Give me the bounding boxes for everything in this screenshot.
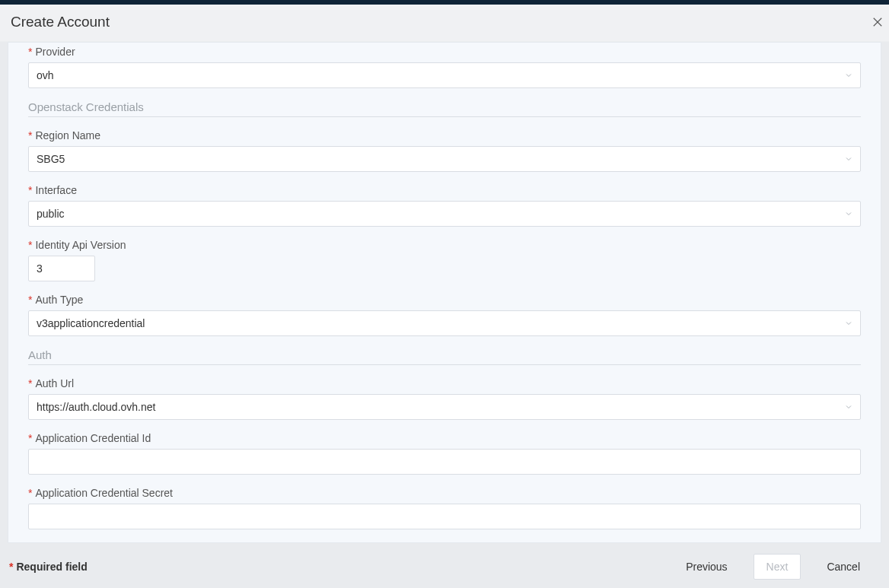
- form-area: *Provider ovh Openstack Credentials *Reg…: [8, 42, 881, 543]
- previous-button[interactable]: Previous: [674, 555, 739, 579]
- input-app-cred-secret[interactable]: [28, 504, 861, 529]
- field-interface: *Interface public: [28, 184, 861, 227]
- field-region-name: *Region Name SBG5: [28, 129, 861, 172]
- field-identity-api-version: *Identity Api Version: [28, 239, 861, 281]
- select-region-name[interactable]: SBG5: [28, 146, 861, 172]
- page-title: Create Account: [11, 14, 878, 30]
- field-auth-url: *Auth Url https://auth.cloud.ovh.net: [28, 377, 861, 420]
- select-auth-url-value: https://auth.cloud.ovh.net: [37, 401, 155, 413]
- select-provider-value: ovh: [37, 69, 54, 81]
- section-auth-rule: [28, 364, 861, 365]
- input-identity-api-version[interactable]: [28, 256, 95, 281]
- select-auth-type[interactable]: v3applicationcredential: [28, 310, 861, 336]
- label-region-name: *Region Name: [28, 129, 861, 141]
- select-interface[interactable]: public: [28, 201, 861, 227]
- cancel-button[interactable]: Cancel: [814, 555, 872, 579]
- label-auth-url: *Auth Url: [28, 377, 861, 389]
- section-openstack-title: Openstack Credentials: [28, 100, 861, 113]
- section-auth-title: Auth: [28, 348, 861, 361]
- next-button[interactable]: Next: [754, 554, 801, 580]
- required-field-note: *Required field: [9, 561, 88, 573]
- modal-footer: *Required field Previous Next Cancel: [0, 543, 889, 588]
- section-openstack-rule: [28, 116, 861, 117]
- label-identity-api-version: *Identity Api Version: [28, 239, 861, 251]
- label-auth-type: *Auth Type: [28, 294, 861, 306]
- label-app-cred-secret: *Application Credential Secret: [28, 487, 861, 499]
- select-provider[interactable]: ovh: [28, 62, 861, 88]
- select-auth-url[interactable]: https://auth.cloud.ovh.net: [28, 394, 861, 420]
- modal-header: Create Account: [0, 5, 889, 42]
- field-provider: *Provider ovh: [28, 46, 861, 88]
- label-interface: *Interface: [28, 184, 861, 196]
- label-app-cred-id: *Application Credential Id: [28, 432, 861, 444]
- close-icon[interactable]: [871, 15, 889, 33]
- select-region-name-value: SBG5: [37, 153, 65, 165]
- select-interface-value: public: [37, 208, 65, 220]
- select-auth-type-value: v3applicationcredential: [37, 317, 145, 329]
- field-app-cred-secret: *Application Credential Secret: [28, 487, 861, 529]
- label-provider: *Provider: [28, 46, 861, 58]
- input-app-cred-id[interactable]: [28, 449, 861, 475]
- field-app-cred-id: *Application Credential Id: [28, 432, 861, 475]
- field-auth-type: *Auth Type v3applicationcredential: [28, 294, 861, 336]
